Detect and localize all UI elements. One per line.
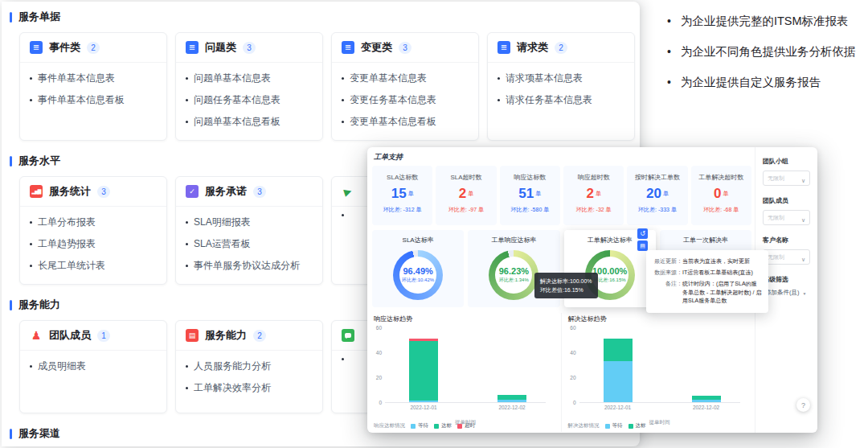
report-category-card: 服务统计 3 工单分布报表 工单趋势报表 长尾工单统计表 [19,176,167,285]
report-link[interactable]: 请求任务基本信息表 [497,93,624,107]
y-tick-label: 0 [573,400,576,405]
member-red-icon [30,329,43,342]
card-row: 事件类 2 事件单基本信息表 事件单基本信息看板 问题类 3 问题单基本信息表 … [19,32,640,141]
report-link-label: 长尾工单统计表 [38,259,105,273]
hover-tooltip: 解决达标率:100.00% 环比差值:16.15% [534,273,598,298]
report-link[interactable]: SLA明细报表 [186,216,313,229]
doc-blue-icon [342,41,354,54]
plane-green-icon [342,185,354,198]
report-link[interactable]: 人员服务能力分析 [186,360,313,373]
filter-select[interactable]: 无限制 [763,210,810,225]
legend-item-达标[interactable]: 达标 [628,422,646,430]
bullet-dot [30,221,32,224]
gauge-label: 工单一次解决率 [660,236,751,245]
filter-list: 团队小组 无限制 团队成员 无限制 客户名称 无限制 [763,157,810,265]
refresh-icon[interactable] [637,228,648,239]
doc-blue-icon [497,41,510,54]
bullet-dot [186,99,188,101]
bullet-dot [342,99,344,101]
chart-red-icon [30,185,43,198]
section-title: 服务单据 [18,10,60,24]
filter-value: 无限制 [768,253,784,261]
report-link[interactable]: 事件单基本信息看板 [30,93,157,107]
table-icon[interactable] [637,240,648,251]
category-card-header: 事件类 2 [20,33,166,63]
legend-item-等待[interactable]: 等待 [411,422,428,430]
report-link[interactable]: 长尾工单统计表 [30,259,157,273]
legend-item-达标[interactable]: 达标 [434,422,452,430]
chevron-down-icon [801,250,805,265]
legend-item-超时[interactable]: 超时 [457,422,475,430]
donut-ring: 96.23% 环比差:1.34% [489,250,538,300]
kpi-card: 按时解决工单数 20单 环比差: -333 单 [627,166,687,225]
report-link[interactable]: 变更单基本信息表 [342,72,469,85]
chart-plot-area: 02040602022-12-012022-12-02 [385,327,546,403]
report-category-card: 团队成员 1 成员明细表 [19,320,167,413]
category-count-badge: 3 [399,42,411,54]
section-title: 服务水平 [18,154,60,168]
kpi-label: SLA超时数 [436,173,496,182]
report-link[interactable]: 问题单基本信息看板 [186,115,313,129]
report-link[interactable]: 变更单基本信息看板 [342,115,469,129]
report-link[interactable]: 事件单服务协议达成分析 [186,259,313,273]
popup-row-text: IT运营看板工单基础表(直连) [682,269,762,277]
legend-item-等待[interactable]: 等待 [605,422,623,430]
report-link[interactable]: 变更任务基本信息表 [342,93,469,107]
trend-chart: 响应达标趋势 02040602022-12-012022-12-02 提单时间 … [367,313,561,432]
report-link-label: 请求项基本信息表 [506,72,583,85]
report-link[interactable]: 工单分布报表 [30,216,157,229]
kpi-card: 响应达标数 51单 环比差: -580 单 [500,166,560,225]
check-purple-icon [186,185,199,198]
category-title: 变更类 [361,40,392,55]
report-link[interactable]: 成员明细表 [30,360,157,373]
stacked-bar [409,339,438,402]
section-header: 服务单据 [10,10,640,24]
kpi-label: SLA达标数 [372,173,432,182]
category-card-header: 服务能力 2 [176,321,322,351]
x-tick-label: 2022-12-01 [410,405,436,410]
report-link-label: 请求任务基本信息表 [506,93,592,107]
kpi-value: 0单 [691,187,751,200]
help-button[interactable] [796,398,810,412]
bullet-dot [30,365,32,368]
category-count-badge: 1 [97,330,110,342]
legend-label: 等待 [612,422,623,430]
kpi-delta: 环比差: -312 单 [372,206,432,214]
report-category-card: 变更类 3 变更单基本信息表 变更任务基本信息表 变更单基本信息看板 [331,32,479,141]
report-link[interactable]: SLA运营看板 [186,237,313,251]
bullet-dot [30,265,32,267]
charts-row: 响应达标趋势 02040602022-12-012022-12-02 提单时间 … [367,313,755,432]
dashboard-overlay: 工单支持 SLA达标数 15单 环比差: -312 单 SLA超时数 2单 环比… [367,147,817,433]
kpi-value: 2单 [436,187,496,200]
bar-segment-等待 [497,400,526,402]
popup-row: 最近更新： 当前表为直连表，实时更新 [653,257,762,266]
feature-bullet: 为企业不同角色提供业务分析依据 [667,43,865,60]
category-count-badge: 2 [253,330,266,342]
y-tick-label: 40 [376,350,382,356]
kpi-label: 响应达标数 [500,173,560,182]
report-link[interactable]: 问题任务基本信息表 [186,93,313,107]
kpi-value: 15单 [372,187,432,200]
kpi-unit: 单 [468,191,473,196]
kpi-unit: 单 [596,191,601,196]
data-source-popup: 最近更新： 当前表为直连表，实时更新 数据来源： IT运营看板工单基础表(直连)… [646,250,768,313]
legend-swatch [457,424,462,429]
report-link[interactable]: 工单趋势报表 [30,237,157,251]
report-link[interactable]: 工单解决效率分析 [186,381,313,395]
report-link-label: SLA明细报表 [194,216,251,229]
dashboard-title: 工单支持 [374,152,403,162]
report-link[interactable]: 事件单基本信息表 [30,72,157,85]
tooltip-delta-line: 环比差值:16.15% [540,286,592,294]
report-link[interactable]: 请求项基本信息表 [497,72,624,85]
category-card-header: 问题类 3 [176,33,322,63]
section-accent-bar [10,12,12,23]
category-title: 事件类 [49,40,80,55]
filter-select[interactable]: 无限制 [763,171,810,186]
report-list: 工单分布报表 工单趋势报表 长尾工单统计表 [20,207,166,284]
legend-label: 达标 [636,422,646,430]
report-link[interactable]: 问题单基本信息表 [186,72,313,85]
add-condition-dropdown[interactable]: 添加条件(且) [765,289,810,297]
filter-select[interactable]: 无限制 [763,249,810,265]
report-link-label: 变更单基本信息看板 [350,115,436,129]
popup-row-label: 最近更新： [653,257,682,266]
